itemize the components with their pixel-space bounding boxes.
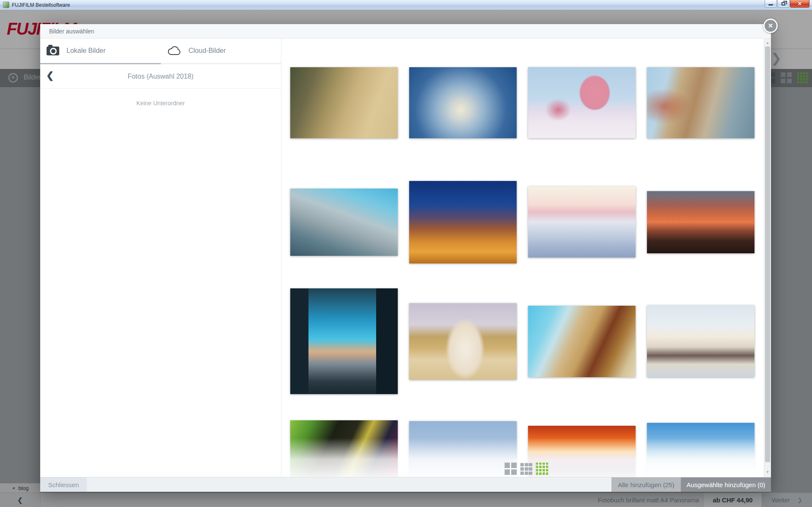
photo-cell (290, 162, 398, 282)
tab-lokale-bilder[interactable]: Lokale Bilder (40, 38, 161, 63)
scroll-up-arrow-icon[interactable]: ▲ (764, 39, 771, 46)
restore-icon (782, 2, 785, 5)
photo-thumbnail-snowy-bridge-walker[interactable] (647, 305, 754, 377)
footer-spacer (87, 477, 611, 492)
camera-icon (47, 47, 59, 55)
tab-label: Lokale Bilder (66, 47, 106, 55)
scroll-down-arrow-icon[interactable]: ▼ (764, 469, 771, 475)
folder-panel: Lokale Bilder Cloud-Bilder ❮ Fotos (Ausw… (40, 38, 281, 477)
photo-thumbnail-toronto-city-hall-arches[interactable] (290, 189, 398, 256)
photo-cell (647, 282, 754, 401)
empty-folder-text: Keine Unterordner (40, 100, 281, 107)
tab-label: Cloud-Bilder (189, 47, 226, 55)
photo-thumbnail-foggy-forest-sunrays[interactable] (290, 67, 398, 138)
image-picker-dialog: ✕ Bilder auswählen Lokale Bilder Cloud-B… (40, 24, 771, 492)
photo-thumbnail-pink-tree-in-snow[interactable] (528, 67, 636, 138)
view-mode-small-grid-icon[interactable] (504, 463, 517, 475)
view-mode-switcher (504, 463, 548, 475)
photo-thumbnail-winter-sunburst-trees[interactable] (409, 67, 517, 138)
dialog-header: Bilder auswählen (40, 24, 771, 38)
view-mode-large-grid-icon[interactable] (536, 463, 548, 475)
view-mode-medium-grid-icon[interactable] (520, 463, 532, 475)
window-title: FUJIFILM Bestellsoftware (12, 2, 70, 8)
photo-cell (409, 401, 517, 477)
scrollbar[interactable]: ▲ ▼ (764, 38, 771, 477)
scrollbar-thumb[interactable] (765, 47, 770, 462)
source-tabs: Lokale Bilder Cloud-Bilder (40, 38, 281, 64)
back-button[interactable]: ❮ (46, 70, 54, 81)
photo-cell (528, 282, 636, 401)
photo-cell (409, 162, 517, 282)
minimize-button[interactable] (765, 0, 777, 8)
photo-cell (409, 43, 517, 162)
photo-thumbnail-city-street-canyon-sky[interactable] (290, 288, 398, 394)
photo-thumbnail-iceberg-blue-sky[interactable] (647, 423, 754, 477)
window-controls: ✕ (765, 0, 809, 8)
application-window: FUJIFILM Bilder ❯ ◄ blog ❮ Fotobuch bril… (0, 0, 812, 507)
photo-cell (290, 401, 398, 477)
restore-button[interactable] (777, 0, 790, 8)
photo-thumbnail-harbor-boathouses[interactable] (647, 67, 754, 138)
photo-cell (528, 162, 636, 282)
schliessen-button[interactable]: Schliessen (40, 477, 87, 492)
photo-cell (647, 43, 754, 162)
photo-cell (409, 282, 517, 401)
dialog-title: Bilder auswählen (49, 28, 94, 35)
photo-cell (290, 43, 398, 162)
photo-thumbnail-night-city-green-lights[interactable] (290, 420, 398, 477)
cloud-icon (167, 46, 182, 56)
photo-thumbnail-museum-curved-facade[interactable] (528, 306, 636, 377)
titlebar: FUJIFILM Bestellsoftware ✕ (0, 0, 812, 10)
photo-cell (528, 43, 636, 162)
dialog-footer: Schliessen Alle hinzufügen (25) Ausgewäh… (40, 477, 771, 492)
photo-cell (647, 162, 754, 282)
photo-grid (290, 43, 754, 477)
photo-cell (290, 282, 398, 401)
dialog-body: Lokale Bilder Cloud-Bilder ❮ Fotos (Ausw… (40, 38, 771, 477)
app-icon (3, 2, 9, 8)
window-close-button[interactable]: ✕ (790, 0, 809, 8)
photo-thumbnail-snowy-mountains-at-dawn[interactable] (528, 186, 636, 258)
minimize-icon (768, 4, 773, 5)
alle-hinzufuegen-button[interactable]: Alle hinzufügen (25) (611, 477, 681, 492)
photo-grid-area: ▲ ▼ (281, 38, 771, 477)
photo-thumbnail-white-horse-in-field[interactable] (409, 303, 517, 380)
photo-thumbnail-flatiron-building-night-street[interactable] (409, 181, 517, 263)
photo-cell (647, 401, 754, 477)
photo-thumbnail-sunset-grass-silhouette[interactable] (647, 191, 754, 253)
tab-cloud-bilder[interactable]: Cloud-Bilder (161, 38, 281, 63)
photo-thumbnail-sun-voyager-sculpture[interactable] (409, 421, 517, 477)
dialog-close-button[interactable]: ✕ (763, 19, 778, 33)
breadcrumb: ❮ Fotos (Auswahl 2018) (40, 64, 281, 89)
ausgewaehlte-hinzufuegen-button[interactable]: Ausgewählte hinzufügen (0) (681, 477, 771, 492)
breadcrumb-title: Fotos (Auswahl 2018) (128, 73, 194, 80)
